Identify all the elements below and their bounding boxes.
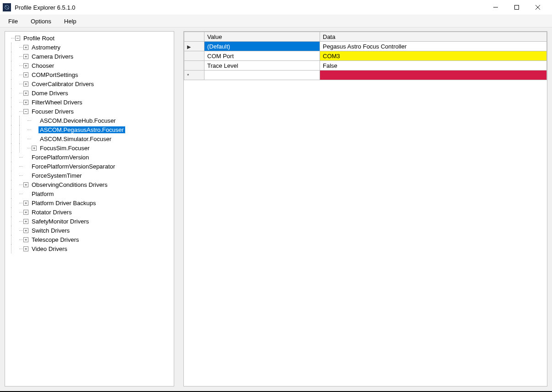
tree-node-root[interactable]: − Profile Root (7, 33, 172, 43)
expand-icon[interactable]: + (23, 72, 28, 77)
tree-node-obscond[interactable]: + ObservingConditions Drivers (7, 180, 172, 189)
grid-header-row: Value Data (184, 32, 547, 42)
tree-node-rotator[interactable]: + Rotator Drivers (7, 207, 172, 217)
grid-cell-value[interactable]: (Default) (204, 42, 320, 51)
tree-node-platbackup[interactable]: + Platform Driver Backups (7, 198, 172, 207)
current-row-icon: ▶ (187, 44, 191, 49)
tree-node-forcesystimer[interactable]: ForceSystemTimer (7, 171, 172, 180)
window-controls (485, 0, 548, 14)
expand-icon[interactable]: + (23, 228, 28, 233)
content-area: − Profile Root + Astrometry + Camera Dri… (0, 27, 552, 391)
grid-panel[interactable]: Value Data ▶ (Default) Pegasus Astro Foc… (183, 31, 547, 387)
tree-node-focuser-simulator[interactable]: ASCOM.Simulator.Focuser (7, 134, 172, 143)
grid-row-comport[interactable]: COM Port COM3 (184, 51, 547, 61)
expand-icon[interactable]: + (23, 237, 28, 242)
row-indicator-new: * (184, 71, 204, 80)
tree-node-focuser-focussim[interactable]: + FocusSim.Focuser (7, 143, 172, 152)
profile-tree: − Profile Root + Astrometry + Camera Dri… (7, 33, 172, 253)
grid-cell-value[interactable]: COM Port (204, 51, 320, 61)
expand-icon[interactable]: + (23, 100, 28, 105)
tree-node-chooser[interactable]: + Chooser (7, 61, 172, 70)
window-title: Profile Explorer 6.5.1.0 (15, 4, 485, 11)
tree-node-video[interactable]: + Video Drivers (7, 244, 172, 253)
expand-icon[interactable]: + (23, 82, 28, 87)
tree-node-dome[interactable]: + Dome Drivers (7, 88, 172, 98)
app-icon (3, 3, 11, 11)
tree-node-forceplatsep[interactable]: ForcePlatformVersionSeparator (7, 162, 172, 171)
expand-icon[interactable]: + (23, 45, 28, 50)
tree-node-focuser-pegasus[interactable]: ASCOM.PegasusAstro.Focuser (7, 125, 172, 134)
menu-help[interactable]: Help (59, 16, 82, 26)
expand-icon[interactable]: + (23, 63, 28, 68)
expand-icon[interactable]: + (23, 91, 28, 96)
grid-cell-data[interactable]: COM3 (320, 51, 547, 61)
tree-node-platform[interactable]: Platform (7, 189, 172, 198)
tree-node-telescope[interactable]: + Telescope Drivers (7, 235, 172, 244)
tree-node-focuser[interactable]: − Focuser Drivers (7, 107, 172, 116)
grid-header-data[interactable]: Data (320, 32, 547, 42)
tree-node-filterwheel[interactable]: + FilterWheel Drivers (7, 98, 172, 107)
grid-header-gutter (184, 32, 204, 42)
row-indicator-current: ▶ (184, 42, 204, 51)
grid-row-default[interactable]: ▶ (Default) Pegasus Astro Focus Controll… (184, 42, 547, 51)
grid-cell-data[interactable]: Pegasus Astro Focus Controller (320, 42, 547, 51)
collapse-icon[interactable]: − (23, 109, 28, 114)
menubar: File Options Help (0, 15, 552, 27)
expand-icon[interactable]: + (23, 219, 28, 224)
new-row-icon: * (187, 73, 189, 78)
tree-node-safety[interactable]: + SafetyMonitor Drivers (7, 217, 172, 226)
expand-icon[interactable]: + (32, 146, 37, 151)
expand-icon[interactable]: + (23, 182, 28, 187)
grid-cell-value[interactable] (204, 71, 320, 80)
minimize-button[interactable] (485, 0, 506, 14)
menu-file[interactable]: File (3, 16, 23, 26)
tree-node-forceplat[interactable]: ForcePlatformVersion (7, 152, 172, 162)
close-button[interactable] (527, 0, 548, 14)
menu-options[interactable]: Options (25, 16, 57, 26)
tree-panel[interactable]: − Profile Root + Astrometry + Camera Dri… (5, 31, 174, 387)
grid-header-value[interactable]: Value (204, 32, 320, 42)
expand-icon[interactable]: + (23, 210, 28, 215)
expand-icon[interactable]: + (23, 201, 28, 206)
grid-row-new[interactable]: * (184, 71, 547, 80)
tree-node-switch[interactable]: + Switch Drivers (7, 226, 172, 235)
grid-cell-value[interactable]: Trace Level (204, 61, 320, 71)
tree-node-focuser-devicehub[interactable]: ASCOM.DeviceHub.Focuser (7, 116, 172, 125)
tree-node-camera[interactable]: + Camera Drivers (7, 52, 172, 61)
grid-cell-data[interactable] (320, 71, 547, 80)
grid-cell-data[interactable]: False (320, 61, 547, 71)
tree-node-astrometry[interactable]: + Astrometry (7, 43, 172, 52)
maximize-button[interactable] (506, 0, 527, 14)
tree-node-covercal[interactable]: + CoverCalibrator Drivers (7, 79, 172, 88)
titlebar: Profile Explorer 6.5.1.0 (0, 0, 552, 15)
property-grid: Value Data ▶ (Default) Pegasus Astro Foc… (184, 32, 547, 80)
svg-rect-3 (515, 5, 519, 10)
collapse-icon[interactable]: − (15, 36, 20, 41)
expand-icon[interactable]: + (23, 54, 28, 59)
expand-icon[interactable]: + (23, 246, 28, 251)
tree-node-comport[interactable]: + COMPortSettings (7, 70, 172, 79)
grid-row-tracelevel[interactable]: Trace Level False (184, 61, 547, 71)
